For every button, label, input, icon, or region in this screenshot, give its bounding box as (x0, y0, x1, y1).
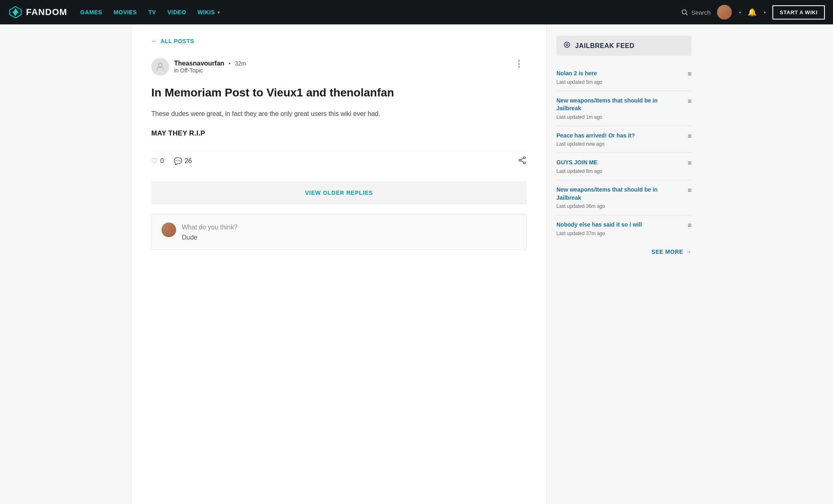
navbar: FANDOM GAMES MOVIES TV VIDEO WIKIS ▾ Sea… (0, 0, 833, 24)
post-action-left: ♡ 0 💬 26 (151, 157, 192, 166)
logo[interactable]: FANDOM (8, 5, 67, 20)
feed-item-meta-5: Last updated 36m ago (556, 203, 683, 209)
nav-movies[interactable]: MOVIES (113, 9, 137, 15)
post-menu-button[interactable]: ⋮ (511, 58, 527, 70)
comment-icon: 💬 (174, 157, 182, 166)
page-container: ← ALL POSTS Theasnavourfan • (132, 24, 701, 504)
svg-point-8 (564, 42, 569, 47)
see-more-arrow-icon: → (686, 249, 692, 255)
author-avatar (151, 58, 169, 76)
feed-item-4: GUYS JOIN ME Last updated 8m ago ≡ (556, 153, 691, 180)
feed-item-6: Nobody else has said it so I will Last u… (556, 215, 691, 242)
feed-item-1: Nolan 2 is here Last updated 5m ago ≡ (556, 64, 691, 91)
svg-line-6 (521, 158, 524, 159)
svg-line-1 (686, 13, 687, 15)
bell-icon[interactable]: 🔔 (748, 8, 757, 17)
comment-user-avatar (161, 223, 176, 237)
svg-point-4 (519, 159, 521, 161)
start-wiki-button[interactable]: START A WIKI (772, 5, 825, 20)
feed-item-meta-6: Last updated 37m ago (556, 231, 683, 236)
svg-point-0 (682, 10, 687, 14)
main-content: ← ALL POSTS Theasnavourfan • (132, 24, 547, 504)
search-label: Search (691, 9, 711, 16)
nav-games[interactable]: GAMES (80, 9, 102, 15)
feed-item-title-5[interactable]: New weapons/Items that should be in Jail… (556, 186, 683, 202)
see-more-link[interactable]: SEE MORE → (556, 249, 691, 255)
nav-video[interactable]: VIDEO (168, 9, 186, 15)
share-icon (518, 156, 527, 165)
feed-title: JAILBREAK FEED (575, 42, 635, 50)
see-more-label: SEE MORE (652, 249, 683, 255)
svg-line-7 (521, 161, 524, 162)
feed-item-3: Peace has arrived! Or has it? Last updat… (556, 126, 691, 153)
sidebar: JAILBREAK FEED Nolan 2 is here Last upda… (547, 24, 701, 504)
feed-item-meta-4: Last updated 8m ago (556, 168, 683, 174)
author-meta: in Off-Topic (174, 67, 246, 74)
svg-point-5 (523, 162, 526, 164)
feed-item-menu-icon-1[interactable]: ≡ (688, 70, 691, 78)
feed-item-title-2[interactable]: New weapons/Items that should be in Jail… (556, 97, 683, 113)
svg-point-3 (523, 157, 526, 159)
feed-item-meta-3: Last updated now ago (556, 141, 683, 147)
feed-item-meta-2: Last updated 1m ago (556, 114, 683, 120)
feed-item-title-4[interactable]: GUYS JOIN ME (556, 159, 683, 167)
likes-count: 0 (160, 157, 164, 165)
feed-item-menu-icon-3[interactable]: ≡ (688, 133, 691, 140)
feed-item-title-3[interactable]: Peace has arrived! Or has it? (556, 132, 683, 140)
bell-chevron-icon: ▾ (764, 10, 766, 15)
search-icon (681, 9, 688, 16)
feed-item-menu-icon-2[interactable]: ≡ (688, 98, 691, 105)
post-actions: ♡ 0 💬 26 (151, 151, 527, 172)
post-card: Theasnavourfan • 32m in Off-Topic ⋮ In M… (151, 58, 527, 172)
wikis-chevron-icon: ▾ (218, 10, 220, 15)
search-bar[interactable]: Search (681, 9, 711, 16)
feed-item-menu-icon-4[interactable]: ≡ (688, 159, 691, 167)
feed-item-menu-icon-6[interactable]: ≡ (688, 222, 691, 229)
user-chevron-icon: ▾ (739, 10, 741, 15)
feed-item-2: New weapons/Items that should be in Jail… (556, 91, 691, 126)
feed-item-5: New weapons/Items that should be in Jail… (556, 180, 691, 215)
post-highlight: MAY THEY R.I.P (151, 129, 527, 137)
svg-point-9 (566, 44, 568, 46)
post-topic: in Off-Topic (174, 67, 203, 74)
logo-text: FANDOM (26, 7, 67, 17)
feed-item-title-1[interactable]: Nolan 2 is here (556, 70, 683, 78)
comment-partial-text: Dude (182, 234, 238, 241)
view-older-replies-button[interactable]: VIEW OLDER REPLIES (151, 181, 527, 204)
feed-item-title-6[interactable]: Nobody else has said it so I will (556, 221, 683, 229)
svg-point-2 (159, 63, 162, 67)
user-avatar[interactable] (717, 5, 732, 20)
feed-icon (563, 41, 571, 51)
comment-placeholder: What do you think? (182, 223, 238, 232)
nav-right: Search ▾ 🔔 ▾ START A WIKI (681, 5, 825, 20)
comment-input-area[interactable]: What do you think? Dude (151, 214, 527, 250)
post-body: These dudes were great, in fact they are… (151, 108, 527, 119)
share-button[interactable] (518, 156, 527, 167)
all-posts-link[interactable]: ← ALL POSTS (151, 37, 527, 45)
post-time: 32m (235, 60, 246, 67)
nav-tv[interactable]: TV (148, 9, 156, 15)
comment-button[interactable]: 💬 26 (174, 157, 192, 166)
author-name: Theasnavourfan • 32m (174, 60, 246, 67)
nav-links: GAMES MOVIES TV VIDEO WIKIS ▾ (80, 9, 667, 15)
feed-item-menu-icon-5[interactable]: ≡ (688, 187, 691, 194)
feed-item-meta-1: Last updated 5m ago (556, 79, 683, 85)
post-header: Theasnavourfan • 32m in Off-Topic ⋮ (151, 58, 527, 76)
post-title: In Memoriam Post to Vieux1 and thenolanf… (151, 85, 527, 100)
comment-input: What do you think? Dude (182, 223, 238, 241)
feed-list: Nolan 2 is here Last updated 5m ago ≡ Ne… (556, 64, 691, 242)
all-posts-label: ALL POSTS (161, 38, 194, 44)
back-arrow-icon: ← (151, 37, 158, 45)
comments-count: 26 (185, 157, 192, 165)
feed-header: JAILBREAK FEED (556, 36, 691, 56)
heart-icon: ♡ (151, 157, 158, 166)
like-button[interactable]: ♡ 0 (151, 157, 164, 166)
author-info: Theasnavourfan • 32m in Off-Topic (174, 60, 246, 74)
nav-wikis[interactable]: WIKIS ▾ (198, 9, 220, 15)
post-author: Theasnavourfan • 32m in Off-Topic (151, 58, 246, 76)
